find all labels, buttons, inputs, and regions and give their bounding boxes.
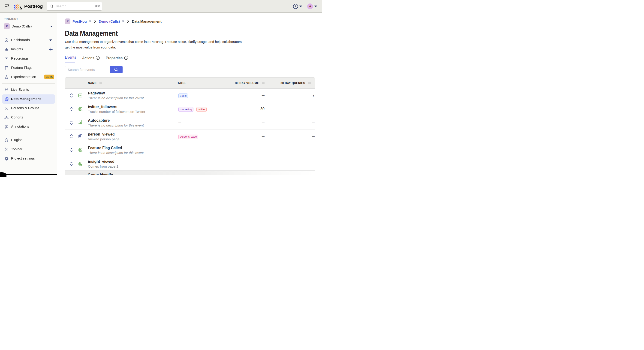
svg-text:?: ?	[294, 4, 296, 8]
